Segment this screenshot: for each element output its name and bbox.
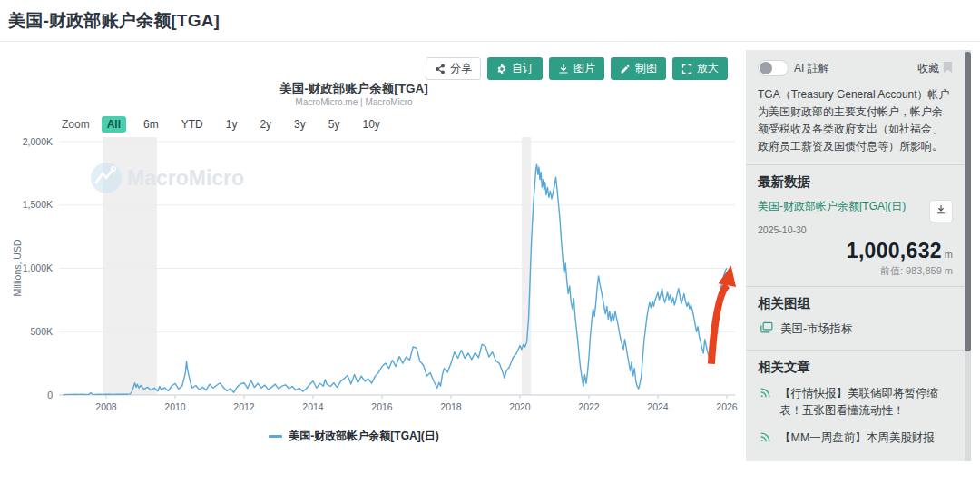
x-tick-label: 2022 [578, 401, 600, 412]
chart-card: 分享 自订 图片 制图 [0, 43, 746, 494]
image-button[interactable]: 图片 [549, 57, 604, 80]
customize-button[interactable]: 自订 [487, 57, 543, 80]
series-line [64, 164, 728, 395]
related-article-title: 【行情快报】美联储即将暂停缩表！五张图看懂流动性！ [779, 385, 953, 420]
image-button-label: 图片 [573, 61, 595, 76]
x-tick-label: 2016 [371, 401, 393, 412]
related-groups-heading: 相关图组 [758, 295, 953, 312]
favorite-button[interactable]: 收藏 [917, 61, 953, 76]
fullscreen-icon [681, 64, 692, 74]
related-group-item[interactable]: 美国-市场指标 [760, 321, 953, 337]
indicator-description: TGA（Treasury General Account）帐户为美国财政部的主要… [758, 86, 953, 155]
toggle-knob [760, 62, 772, 74]
legend-label: 美国-财政部帐户余额[TGA](日) [289, 429, 438, 444]
latest-value: 1,000,632 [847, 239, 942, 262]
latest-data-heading: 最新数据 [758, 173, 953, 191]
rss-icon [760, 387, 771, 420]
related-article-item[interactable]: 【行情快报】美联储即将暂停缩表！五张图看懂流动性！ [760, 385, 953, 420]
divider [746, 286, 965, 287]
ai-annotation-toggle[interactable] [758, 60, 789, 76]
x-tick-label: 2014 [302, 401, 324, 412]
x-tick-label: 2026 [716, 401, 738, 412]
y-tick-label: 1,000K [23, 262, 53, 273]
y-tick-label: 500K [30, 326, 53, 337]
chart-group-icon [760, 321, 773, 337]
page-header: 美国-财政部账户余额[TGA] [0, 0, 980, 42]
trend-arrow-annotation [711, 266, 736, 364]
divider [746, 350, 965, 351]
info-sidebar: AI 註解 收藏 TGA（Treasury General Account）帐户… [746, 50, 965, 461]
sidebar-scrollbar-thumb[interactable] [965, 52, 971, 351]
recession-band [522, 137, 531, 395]
related-group-label: 美国-市场指标 [780, 321, 852, 337]
x-tick-label: 2008 [95, 401, 117, 412]
latest-series-link[interactable]: 美国-财政部帐户余额[TGA](日) [758, 200, 906, 214]
related-article-title: 【MM一周盘前】本周美股财报 [779, 430, 935, 447]
download-data-button[interactable] [929, 200, 953, 222]
chart-toolbar: 分享 自订 图片 制图 [426, 57, 728, 80]
arrow-shaft [711, 285, 727, 364]
x-tick-label: 2024 [647, 401, 669, 412]
favorite-label: 收藏 [917, 61, 939, 76]
previous-value-label: 前值: [880, 265, 903, 276]
previous-value-unit: m [945, 265, 953, 276]
draw-button-label: 制图 [635, 61, 657, 76]
chart-plot[interactable]: MacroMicro 0500K1,000K1,500K2,000K200820… [0, 94, 744, 475]
share-icon [435, 64, 446, 74]
ai-annotation-label: AI 註解 [794, 61, 829, 76]
x-tick-label: 2010 [164, 401, 186, 412]
previous-value-number: 983,859 [906, 265, 942, 276]
download-icon [936, 204, 946, 218]
enlarge-button[interactable]: 放大 [672, 57, 728, 80]
latest-date: 2025-10-30 [758, 224, 953, 235]
share-button[interactable]: 分享 [426, 57, 481, 80]
watermark-text: MacroMicro [127, 166, 244, 190]
pencil-icon [620, 64, 631, 74]
legend-line-swatch [269, 435, 282, 438]
x-tick-label: 2012 [233, 401, 255, 412]
draw-button[interactable]: 制图 [611, 57, 666, 80]
y-tick-label: 1,500K [23, 199, 53, 210]
share-button-label: 分享 [450, 61, 472, 76]
enlarge-button-label: 放大 [697, 61, 719, 76]
latest-value-unit: m [945, 249, 953, 260]
bookmark-icon [943, 61, 953, 76]
download-image-icon [558, 64, 569, 74]
y-tick-label: 0 [47, 390, 53, 400]
y-tick-label: 2,000K [23, 136, 53, 147]
related-article-item[interactable]: 【MM一周盘前】本周美股财报 [760, 430, 953, 447]
page-title: 美国-财政部账户余额[TGA] [8, 9, 220, 33]
x-tick-label: 2018 [440, 401, 462, 412]
x-tick-label: 2020 [509, 401, 531, 412]
divider [746, 164, 965, 165]
related-articles-heading: 相关文章 [758, 359, 953, 376]
gear-icon [496, 64, 507, 74]
rss-icon [760, 431, 771, 447]
previous-value: 前值: 983,859 m [758, 264, 953, 278]
customize-button-label: 自订 [512, 61, 534, 76]
chart-legend[interactable]: 美国-财政部帐户余额[TGA](日) [0, 429, 708, 444]
macromicro-watermark: MacroMicro [91, 163, 244, 193]
